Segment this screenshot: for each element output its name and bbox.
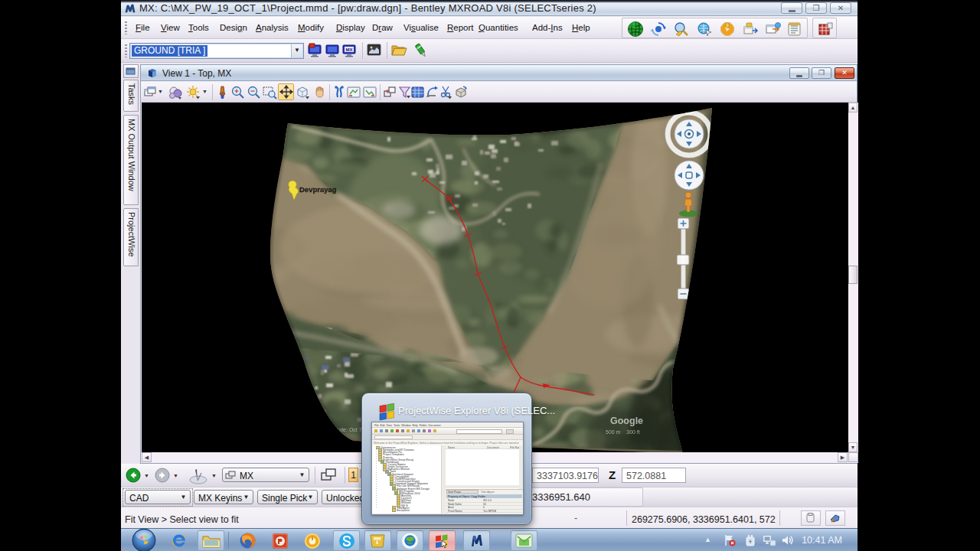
svg-text:500 m 300 ft: 500 m 300 ft xyxy=(606,429,640,435)
svg-text:Devprayag: Devprayag xyxy=(299,185,337,194)
svg-text:MX: MX xyxy=(346,47,353,52)
svg-text:N: N xyxy=(687,107,691,114)
svg-text:Google: Google xyxy=(610,416,643,426)
